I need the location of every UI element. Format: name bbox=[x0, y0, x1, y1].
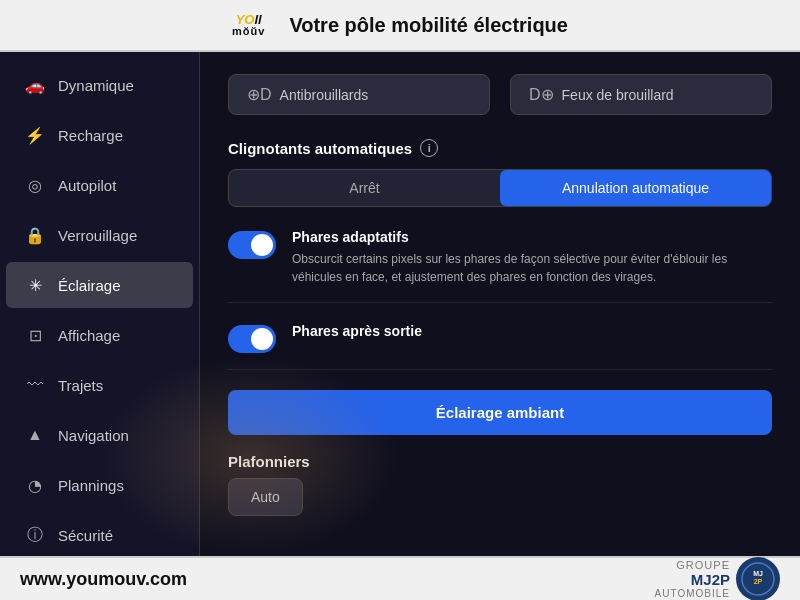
sidebar-label-recharge: Recharge bbox=[58, 127, 123, 144]
svg-text:2P: 2P bbox=[754, 578, 763, 585]
sidebar-label-autopilot: Autopilot bbox=[58, 177, 116, 194]
ambient-lighting-button[interactable]: Éclairage ambiant bbox=[228, 390, 772, 435]
header-logo: YOll mŏŭv Votre pôle mobilité électrique bbox=[232, 13, 568, 37]
adaptive-headlights-text: Phares adaptatifs Obscurcit certains pix… bbox=[292, 229, 772, 286]
antibrouillards-icon: ⊕D bbox=[247, 85, 272, 104]
antibrouillards-label: Antibrouillards bbox=[280, 87, 369, 103]
display-icon: ⊡ bbox=[24, 324, 46, 346]
website-url: www.youmouv.com bbox=[20, 569, 187, 590]
sidebar: 🚗 Dynamique ⚡ Recharge ◎ Autopilot 🔒 Ver… bbox=[0, 52, 200, 600]
bottom-bar: www.youmouv.com GROUPE MJ2P AUTOMOBILE M… bbox=[0, 556, 800, 600]
content-area: ⊕D Antibrouillards D⊕ Feux de brouillard… bbox=[200, 52, 800, 600]
plafonniers-section: Plafonniers bbox=[228, 453, 772, 470]
sidebar-label-navigation: Navigation bbox=[58, 427, 129, 444]
logo-bottom: mŏŭv bbox=[232, 26, 265, 37]
blinkers-toggle-row: Arrêt Annulation automatique bbox=[228, 169, 772, 207]
header-tagline: Votre pôle mobilité électrique bbox=[289, 14, 568, 37]
sidebar-item-plannings[interactable]: ◔ Plannings bbox=[6, 462, 193, 508]
adaptive-headlights-desc: Obscurcit certains pixels sur les phares… bbox=[292, 250, 772, 286]
adaptive-headlights-title: Phares adaptatifs bbox=[292, 229, 772, 245]
sidebar-item-navigation[interactable]: ▲ Navigation bbox=[6, 412, 193, 458]
blinkers-arret-option[interactable]: Arrêt bbox=[229, 170, 500, 206]
sidebar-label-dynamique: Dynamique bbox=[58, 77, 134, 94]
sun-icon: ✳ bbox=[24, 274, 46, 296]
brand-sub: AUTOMOBILE bbox=[655, 588, 730, 599]
auto-blinkers-label: Clignotants automatiques bbox=[228, 140, 412, 157]
sidebar-label-trajets: Trajets bbox=[58, 377, 103, 394]
brand-circle-logo: MJ 2P bbox=[736, 557, 780, 600]
plafonniers-title: Plafonniers bbox=[228, 453, 310, 470]
exit-headlights-toggle[interactable] bbox=[228, 325, 276, 353]
sidebar-item-dynamique[interactable]: 🚗 Dynamique bbox=[6, 62, 193, 108]
feux-brouillard-label: Feux de brouillard bbox=[562, 87, 674, 103]
dynamique-icon: 🚗 bbox=[24, 74, 46, 96]
antibrouillards-btn[interactable]: ⊕D Antibrouillards bbox=[228, 74, 490, 115]
sidebar-label-eclairage: Éclairage bbox=[58, 277, 121, 294]
sidebar-item-verrouillage[interactable]: 🔒 Verrouillage bbox=[6, 212, 193, 258]
blinkers-annulation-option[interactable]: Annulation automatique bbox=[500, 170, 771, 206]
recharge-icon: ⚡ bbox=[24, 124, 46, 146]
groupe-label: GROUPE bbox=[655, 559, 730, 571]
exit-headlights-text: Phares après sortie bbox=[292, 323, 772, 344]
sidebar-item-eclairage[interactable]: ✳ Éclairage bbox=[6, 262, 193, 308]
exit-headlights-title: Phares après sortie bbox=[292, 323, 772, 339]
auto-blinkers-title: Clignotants automatiques i bbox=[228, 139, 772, 157]
sidebar-label-verrouillage: Verrouillage bbox=[58, 227, 137, 244]
sidebar-item-autopilot[interactable]: ◎ Autopilot bbox=[6, 162, 193, 208]
groupe-label-area: GROUPE MJ2P AUTOMOBILE bbox=[655, 559, 730, 599]
adaptive-headlights-toggle[interactable] bbox=[228, 231, 276, 259]
trajets-icon: 〰 bbox=[24, 374, 46, 396]
adaptive-headlights-item: Phares adaptatifs Obscurcit certains pix… bbox=[228, 229, 772, 303]
fog-lights-row: ⊕D Antibrouillards D⊕ Feux de brouillard bbox=[228, 74, 772, 115]
feux-brouillard-btn[interactable]: D⊕ Feux de brouillard bbox=[510, 74, 772, 115]
autopilot-icon: ◎ bbox=[24, 174, 46, 196]
sidebar-item-trajets[interactable]: 〰 Trajets bbox=[6, 362, 193, 408]
sidebar-label-affichage: Affichage bbox=[58, 327, 120, 344]
plafonniers-auto-button[interactable]: Auto bbox=[228, 478, 303, 516]
svg-text:MJ: MJ bbox=[753, 570, 763, 577]
blinkers-annulation-label: Annulation automatique bbox=[562, 180, 709, 196]
sidebar-item-recharge[interactable]: ⚡ Recharge bbox=[6, 112, 193, 158]
auto-blinkers-info-icon[interactable]: i bbox=[420, 139, 438, 157]
sidebar-label-plannings: Plannings bbox=[58, 477, 124, 494]
sidebar-item-securite[interactable]: ⓘ Sécurité bbox=[6, 512, 193, 558]
feux-brouillard-icon: D⊕ bbox=[529, 85, 554, 104]
lock-icon: 🔒 bbox=[24, 224, 46, 246]
brand-label: MJ2P bbox=[655, 571, 730, 588]
blinkers-arret-label: Arrêt bbox=[349, 180, 379, 196]
bottom-logo-area: GROUPE MJ2P AUTOMOBILE MJ 2P bbox=[655, 557, 780, 600]
sidebar-item-affichage[interactable]: ⊡ Affichage bbox=[6, 312, 193, 358]
info-icon: ⓘ bbox=[24, 524, 46, 546]
exit-headlights-item: Phares après sortie bbox=[228, 323, 772, 370]
header: YOll mŏŭv Votre pôle mobilité électrique bbox=[0, 0, 800, 52]
sidebar-label-securite: Sécurité bbox=[58, 527, 113, 544]
clock-icon: ◔ bbox=[24, 474, 46, 496]
brand-logo-svg: MJ 2P bbox=[741, 562, 775, 596]
navigation-icon: ▲ bbox=[24, 424, 46, 446]
main-area: 🚗 Dynamique ⚡ Recharge ◎ Autopilot 🔒 Ver… bbox=[0, 52, 800, 600]
